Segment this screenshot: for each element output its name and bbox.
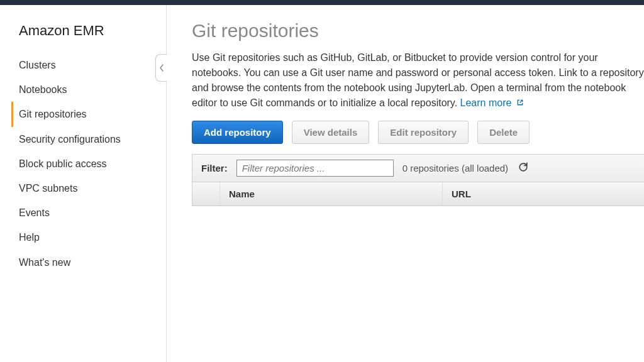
- sidebar-item-security-configurations[interactable]: Security configurations: [11, 127, 166, 151]
- view-details-button[interactable]: View details: [292, 121, 370, 144]
- filter-status: 0 repositories (all loaded): [402, 163, 508, 173]
- edit-repository-button[interactable]: Edit repository: [378, 121, 469, 144]
- sidebar-collapse-handle[interactable]: [155, 54, 167, 82]
- filter-input[interactable]: [236, 160, 394, 177]
- learn-more-label: Learn more: [460, 97, 512, 108]
- sidebar-item-help[interactable]: Help: [11, 225, 166, 250]
- sidebar: Amazon EMR Clusters Notebooks Git reposi…: [0, 5, 167, 362]
- sidebar-item-clusters[interactable]: Clusters: [11, 53, 166, 77]
- main-content: Git repositories Use Git repositories su…: [167, 5, 644, 362]
- learn-more-link[interactable]: Learn more: [460, 97, 525, 108]
- table-header-name[interactable]: Name: [220, 182, 443, 206]
- top-bar: [0, 0, 644, 5]
- external-link-icon: [516, 98, 525, 107]
- chevron-left-icon: [159, 64, 164, 72]
- sidebar-item-vpc-subnets[interactable]: VPC subnets: [11, 176, 166, 200]
- table-header: Name URL: [192, 182, 644, 206]
- sidebar-title: Amazon EMR: [19, 23, 166, 39]
- add-repository-button[interactable]: Add repository: [192, 121, 283, 144]
- page-description: Use Git repositories such as GitHub, Git…: [192, 50, 644, 111]
- description-text: Use Git repositories such as GitHub, Git…: [192, 52, 644, 108]
- delete-button[interactable]: Delete: [477, 121, 530, 144]
- filter-label: Filter:: [201, 163, 228, 173]
- toolbar: Add repository View details Edit reposit…: [192, 121, 644, 144]
- page-title: Git repositories: [192, 20, 644, 41]
- refresh-button[interactable]: [517, 161, 530, 175]
- sidebar-item-block-public-access[interactable]: Block public access: [11, 151, 166, 176]
- filter-bar: Filter: 0 repositories (all loaded): [192, 154, 644, 182]
- table-header-checkbox: [192, 182, 220, 206]
- refresh-icon: [517, 161, 530, 173]
- table-header-url[interactable]: URL: [443, 182, 644, 206]
- sidebar-item-events[interactable]: Events: [11, 200, 166, 225]
- sidebar-item-notebooks[interactable]: Notebooks: [11, 77, 166, 102]
- sidebar-item-whats-new[interactable]: What's new: [11, 250, 166, 275]
- sidebar-item-git-repositories[interactable]: Git repositories: [11, 102, 166, 126]
